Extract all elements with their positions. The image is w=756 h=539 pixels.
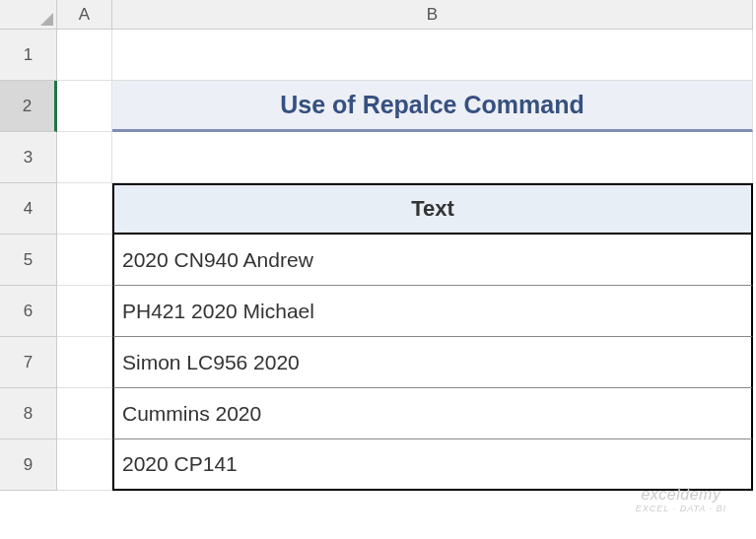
cell-a9[interactable] [57,439,112,491]
cell-a1[interactable] [57,30,112,81]
cell-a7[interactable] [57,337,112,388]
row-header-6[interactable]: 6 [0,286,57,337]
row-header-1[interactable]: 1 [0,30,57,81]
table-row[interactable]: Simon LC956 2020 [112,337,753,388]
cell-a6[interactable] [57,286,112,337]
row-header-2[interactable]: 2 [0,81,57,132]
watermark: exceldemy EXCEL · DATA · BI [636,485,726,514]
table-row[interactable]: Cummins 2020 [112,388,753,439]
watermark-main: exceldemy [636,485,726,504]
cell-a8[interactable] [57,388,112,439]
cell-b1[interactable] [112,30,753,81]
row-header-4[interactable]: 4 [0,183,57,235]
table-row[interactable]: PH421 2020 Michael [112,286,753,337]
table-header[interactable]: Text [112,183,753,235]
row-header-5[interactable]: 5 [0,235,57,286]
cell-b3[interactable] [112,132,753,183]
row-header-8[interactable]: 8 [0,388,57,439]
row-header-7[interactable]: 7 [0,337,57,388]
cell-a2[interactable] [57,81,112,132]
row-header-9[interactable]: 9 [0,439,57,491]
table-row[interactable]: 2020 CN940 Andrew [112,235,753,286]
spreadsheet-grid: A B 1 2 Use of Repalce Command 3 4 Text … [0,0,756,491]
watermark-sub: EXCEL · DATA · BI [636,504,726,514]
cell-a4[interactable] [57,183,112,235]
select-all-corner[interactable] [0,0,57,30]
cell-a5[interactable] [57,235,112,286]
row-header-3[interactable]: 3 [0,132,57,183]
col-header-b[interactable]: B [112,0,753,30]
table-row[interactable]: 2020 CP141 [112,439,753,491]
title-cell[interactable]: Use of Repalce Command [112,81,753,132]
cell-a3[interactable] [57,132,112,183]
col-header-a[interactable]: A [57,0,112,30]
